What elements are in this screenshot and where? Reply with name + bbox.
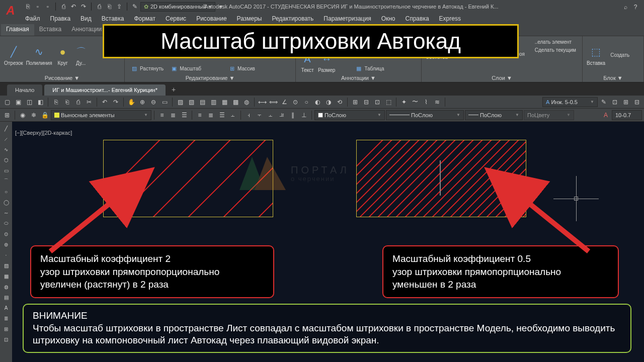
tool-icon[interactable]: ◫ [24,97,34,107]
undo-icon[interactable]: ↶ [100,97,110,107]
layer-make-elem[interactable]: ..елать элемент [533,38,578,46]
ribbon-tab-annotate[interactable]: Аннотации [66,24,107,36]
line-button[interactable]: ╱Отрезок [4,44,23,66]
tool-icon[interactable]: ⎘ [51,97,61,107]
draw-tool-icon[interactable]: ⌒ [2,176,11,186]
align-icon[interactable]: ⫟ [255,110,265,120]
menu-modify[interactable]: Редактировать [267,15,318,22]
dim-icon[interactable]: ∠ [279,97,289,107]
menu-draw[interactable]: Рисование [191,15,231,22]
draw-tool-icon[interactable]: ∿ [2,145,11,154]
draw-tool-icon[interactable]: · [2,250,11,259]
menu-express[interactable]: Express [434,15,466,22]
help-icon[interactable]: ? [631,3,640,12]
align-icon[interactable]: ☰ [179,110,189,120]
plotstyle-dropdown[interactable]: ПоЦвету▼ [524,110,574,120]
draw-tool-icon[interactable]: ▭ [2,166,11,175]
scale-button[interactable]: ▣Масштаб [169,64,203,73]
add-tab-button[interactable]: + [168,83,180,96]
align-icon[interactable]: ☰ [217,110,227,120]
tool-icon[interactable]: ⎗ [62,97,72,107]
tool-icon[interactable]: ⊞ [621,97,631,107]
align-icon[interactable]: ∥ [288,110,298,120]
draw-tool-icon[interactable]: ▦ [2,272,11,281]
insert-block-button[interactable]: ⬚Вставка [587,44,605,66]
polyline-button[interactable]: ∿Полилиния [26,44,52,66]
align-icon[interactable]: ≡ [157,110,167,120]
dim-icon[interactable]: ◐ [312,97,323,107]
preview-icon[interactable]: ⎗ [105,2,114,11]
circle-button[interactable]: ●Круг [55,44,70,66]
tool-icon[interactable]: ◧ [35,97,45,107]
tool-icon[interactable]: ▭ [159,97,170,107]
tool-icon[interactable]: ⊟ [632,97,642,107]
draw-tool-icon[interactable]: A [2,303,11,312]
lineweight-dropdown[interactable]: ПоСлою▼ [465,110,523,120]
tool-icon[interactable]: ⊞ [2,110,12,120]
draw-tool-icon[interactable]: ⊡ [2,335,11,344]
draw-tool-icon[interactable]: ⊞ [2,324,11,333]
menu-view[interactable]: Вид [75,15,97,22]
stretch-button[interactable]: ▨Растянуть [129,64,166,73]
tool-icon[interactable]: 〜 [410,97,420,107]
ribbon-tab-insert[interactable]: Вставка [34,24,67,36]
layer-icon[interactable]: ◉ [18,110,28,120]
dim-icon[interactable]: ◑ [324,97,334,107]
group-title-block[interactable]: Блок ▼ [583,74,643,82]
tool-icon[interactable]: ≋ [432,97,442,107]
draw-tool-icon[interactable]: ⊚ [2,240,11,249]
menu-file[interactable]: Файл [20,15,45,22]
draw-tool-icon[interactable]: ◯ [2,198,11,207]
table-button[interactable]: ▦Таблица [353,64,386,73]
redo-icon[interactable]: ↷ [79,2,88,11]
menu-param[interactable]: Параметризация [318,15,376,22]
tool-icon[interactable]: ⊡ [372,97,382,107]
tool-icon[interactable]: ✦ [399,97,409,107]
hatch-icon[interactable]: ▥ [208,97,218,107]
tool-icon[interactable]: ⎙ [73,97,83,107]
layer-icon[interactable]: 🔒 [40,110,50,120]
group-title-annot[interactable]: Аннотации ▼ [296,74,421,82]
draw-tool-icon[interactable]: ╱ [2,124,11,133]
group-title-edit[interactable]: Редактирование ▼ [125,74,295,82]
dim-icon[interactable]: ⟲ [335,97,345,107]
viewport-label[interactable]: [−][Сверху][2D-каркас] [15,130,72,136]
tool-icon[interactable]: ✂ [84,97,94,107]
textstyle-dropdown[interactable]: A Инж. 5-0.5▼ [542,97,598,107]
scale-dropdown[interactable]: 10-0.7 [612,110,642,120]
align-icon[interactable]: ⊥ [299,110,309,120]
align-icon[interactable]: ≡ [195,110,205,120]
align-icon[interactable]: ⫞ [244,110,254,120]
saveas-icon[interactable]: ▫ [43,2,52,11]
hatch-icon[interactable]: ◍ [242,97,252,107]
search-icon[interactable]: ⌕ [621,3,630,12]
undo-icon[interactable]: ↶ [69,2,78,11]
align-icon[interactable]: ≣ [206,110,216,120]
linetype-dropdown[interactable]: ПоСлою▼ [386,110,464,120]
menu-help[interactable]: Справка [400,15,434,22]
layer-icon[interactable]: ❄ [29,110,39,120]
dim-icon[interactable]: ○ [301,97,311,107]
redo-icon[interactable]: ↷ [111,97,121,107]
menu-tools[interactable]: Сервис [160,15,191,22]
tool-icon[interactable]: ⌇ [421,97,431,107]
group-title-draw[interactable]: Рисование ▼ [0,74,124,82]
draw-tool-icon[interactable]: ≣ [2,314,11,323]
menu-edit[interactable]: Правка [45,15,76,22]
dim-icon[interactable]: ⟷ [257,97,267,107]
annot-icon[interactable]: A [601,110,611,120]
draw-tool-icon[interactable]: ⬭ [2,219,11,228]
menu-format[interactable]: Формат [129,15,160,22]
draw-tool-icon[interactable]: ◍ [2,282,11,291]
align-icon[interactable]: ≣ [168,110,178,120]
hatch-icon[interactable]: ▦ [219,97,229,107]
pan-icon[interactable]: ✋ [126,97,136,107]
export-icon[interactable]: ⇪ [115,2,124,11]
tool-icon[interactable]: ✎ [599,97,609,107]
arc-button[interactable]: ⌒Ду... [73,44,89,66]
layer-dropdown[interactable]: Выносные элементы▼ [51,110,151,120]
app-logo[interactable]: A [2,2,19,19]
hatch-icon[interactable]: ▧ [186,97,196,107]
dim-icon[interactable]: ⟺ [268,97,278,107]
draw-tool-icon[interactable]: ▤ [2,293,11,302]
